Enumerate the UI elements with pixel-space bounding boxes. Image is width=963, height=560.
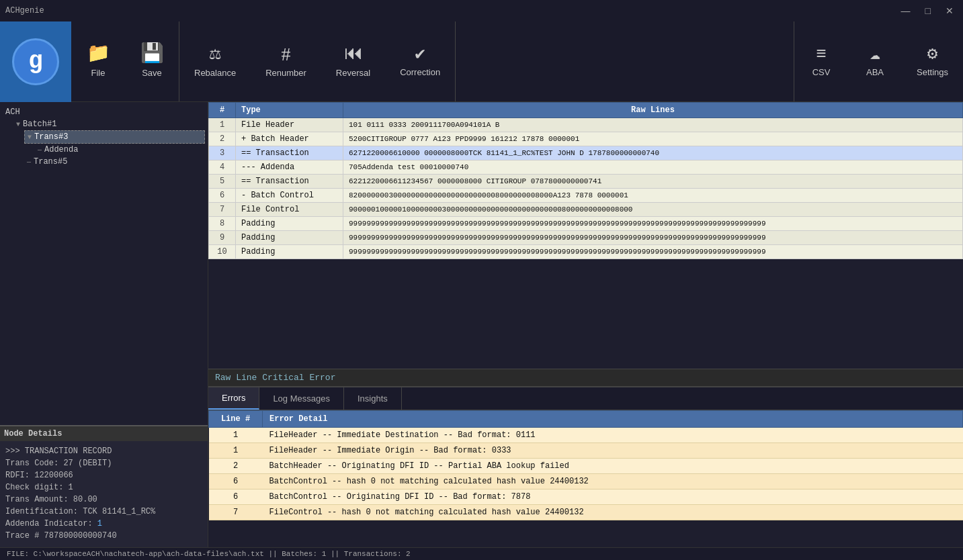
raw-table-row[interactable]: 6 - Batch Control 8200000003000000000000… — [209, 189, 963, 203]
error-detail: FileHeader -- Immediate Destination -- B… — [263, 428, 963, 443]
raw-table-row[interactable]: 7 File Control 9000001000001000000003000… — [209, 203, 963, 217]
tree-item-trans3[interactable]: ▼ Trans#3 — [24, 130, 205, 144]
aba-icon: ☁ — [870, 46, 880, 63]
right-panel: # Type Raw Lines 1 File Header 101 0111 … — [208, 102, 963, 547]
errors-table-row[interactable]: 7 FileControl -- hash 0 not matching cal… — [209, 505, 963, 520]
main-content: ACH ▼ Batch#1 ▼ Trans#3 — Addenda — Tran… — [0, 102, 963, 547]
node-detail-6: Addenda Indicator: 1 — [5, 518, 202, 530]
logo-area: g — [0, 21, 71, 102]
errors-table-row[interactable]: 2 BatchHeader -- Originating DFI ID -- P… — [209, 459, 963, 474]
rebalance-button[interactable]: ⚖ Rebalance — [179, 21, 251, 101]
raw-row-num: 4 — [209, 160, 236, 175]
raw-table-col-type: Type — [236, 103, 343, 118]
rebalance-label: Rebalance — [194, 68, 236, 78]
raw-table-row[interactable]: 1 File Header 101 0111 0333 2009111700A0… — [209, 118, 963, 132]
errors-table-body: 1 FileHeader -- Immediate Destination --… — [209, 428, 963, 520]
errors-col-line: Line # — [209, 411, 263, 428]
file-button[interactable]: 📁 File — [71, 21, 125, 101]
tree-item-addenda[interactable]: — Addenda — [35, 144, 205, 156]
tree-panel: ACH ▼ Batch#1 ▼ Trans#3 — Addenda — Tran… — [0, 102, 208, 425]
bottom-panel: Errors Log Messages Insights Line # Erro… — [208, 386, 963, 547]
error-line-num: 1 — [209, 443, 263, 459]
raw-row-type: File Header — [236, 118, 343, 132]
correction-button[interactable]: ✔ Correction — [385, 21, 455, 101]
raw-table-body: 1 File Header 101 0111 0333 2009111700A0… — [209, 118, 963, 259]
tree-root[interactable]: ACH — [3, 106, 205, 118]
maximize-button[interactable]: □ — [921, 4, 935, 17]
raw-row-type: Padding — [236, 217, 343, 231]
app-logo: g — [12, 38, 59, 85]
raw-table-row[interactable]: 2 + Batch Header 5200CITIGROUP 0777 A123… — [209, 132, 963, 146]
settings-button[interactable]: ⚙ Settings — [902, 21, 963, 101]
error-detail: BatchControl -- Originating DFI ID -- Ba… — [263, 489, 963, 505]
raw-table-row[interactable]: 4 --- Addenda 705Addenda test 0001000074… — [209, 160, 963, 175]
correction-label: Correction — [400, 67, 440, 77]
raw-row-type: == Transaction — [236, 175, 343, 189]
node-detail-2: RDFI: 12200066 — [5, 469, 202, 481]
aba-button[interactable]: ☁ ABA — [848, 21, 902, 101]
minimize-button[interactable]: — — [897, 4, 915, 17]
raw-table-row[interactable]: 10 Padding 99999999999999999999999999999… — [209, 245, 963, 259]
errors-table-container[interactable]: Line # Error Detail 1 FileHeader -- Imme… — [208, 410, 963, 547]
error-line-num: 6 — [209, 489, 263, 505]
tab-log-messages[interactable]: Log Messages — [259, 387, 344, 410]
raw-row-raw: 9999999999999999999999999999999999999999… — [343, 231, 963, 245]
raw-row-raw: 9999999999999999999999999999999999999999… — [343, 217, 963, 231]
expand-icon-trans3: ▼ — [28, 134, 32, 141]
save-icon: 💾 — [140, 45, 164, 64]
csv-button[interactable]: ≡ CSV — [794, 21, 848, 101]
error-detail: BatchHeader -- Originating DFI ID -- Par… — [263, 459, 963, 474]
raw-row-raw: 9999999999999999999999999999999999999999… — [343, 245, 963, 259]
titlebar-controls: — □ ✕ — [897, 4, 958, 17]
tree-item-trans5[interactable]: — Trans#5 — [24, 156, 205, 168]
raw-table-row[interactable]: 8 Padding 999999999999999999999999999999… — [209, 217, 963, 231]
raw-row-type: File Control — [236, 203, 343, 217]
raw-error-bar: Raw Line Critical Error — [208, 369, 963, 386]
errors-table-row[interactable]: 6 BatchControl -- hash 0 not matching ca… — [209, 474, 963, 489]
logo-letter: g — [28, 48, 43, 75]
node-detail-7: Trace # 787800000000740 — [5, 530, 202, 542]
raw-row-num: 8 — [209, 217, 236, 231]
settings-label: Settings — [917, 67, 948, 77]
expand-icon-addenda: — — [38, 146, 42, 154]
reversal-button[interactable]: ⏮ Reversal — [321, 21, 385, 101]
raw-row-raw: 5200CITIGROUP 0777 A123 PPD9999 161212 1… — [343, 132, 963, 146]
raw-row-type: + Batch Header — [236, 132, 343, 146]
raw-table-container[interactable]: # Type Raw Lines 1 File Header 101 0111 … — [208, 102, 963, 369]
expand-icon-trans5: — — [27, 158, 31, 166]
file-icon: 📁 — [87, 45, 110, 64]
tree-item-batch1[interactable]: ▼ Batch#1 — [13, 118, 205, 130]
tab-errors[interactable]: Errors — [208, 387, 259, 410]
tabs-bar: Errors Log Messages Insights — [208, 387, 963, 410]
app-name: ACHgenie — [5, 6, 44, 15]
raw-row-raw: 705Addenda test 00010000740 — [343, 160, 963, 175]
tree-batch1-label: Batch#1 — [23, 120, 56, 129]
toolbar-group-export: ≡ CSV ☁ ABA ⚙ Settings — [794, 21, 963, 101]
save-button[interactable]: 💾 Save — [125, 21, 179, 101]
close-button[interactable]: ✕ — [941, 4, 958, 17]
error-detail: FileControl -- hash 0 not matching calcu… — [263, 505, 963, 520]
settings-icon: ⚙ — [927, 46, 938, 63]
raw-row-type: --- Addenda — [236, 160, 343, 175]
toolbar: g 📁 File 💾 Save ⚖ Rebalance # Renumber — [0, 21, 963, 102]
tab-insights[interactable]: Insights — [344, 387, 402, 410]
raw-row-num: 5 — [209, 175, 236, 189]
node-detail-6-text: Addenda Indicator: — [5, 519, 97, 528]
errors-table-row[interactable]: 1 FileHeader -- Immediate Origin -- Bad … — [209, 443, 963, 459]
error-detail: FileHeader -- Immediate Origin -- Bad fo… — [263, 443, 963, 459]
csv-label: CSV — [812, 67, 831, 77]
errors-table-row[interactable]: 6 BatchControl -- Originating DFI ID -- … — [209, 489, 963, 505]
node-detail-5: Identification: TCK 81141_1_RC% — [5, 506, 202, 518]
raw-table-row[interactable]: 5 == Transaction 6221220006611234567 000… — [209, 175, 963, 189]
errors-table-row[interactable]: 1 FileHeader -- Immediate Destination --… — [209, 428, 963, 443]
raw-row-num: 1 — [209, 118, 236, 132]
error-detail: BatchControl -- hash 0 not matching calc… — [263, 474, 963, 489]
file-label: File — [91, 68, 106, 78]
aba-label: ABA — [866, 67, 884, 77]
raw-row-type: - Batch Control — [236, 189, 343, 203]
raw-table-row[interactable]: 3 == Transaction 6271220006610000 000000… — [209, 146, 963, 160]
raw-row-num: 6 — [209, 189, 236, 203]
raw-table-row[interactable]: 9 Padding 999999999999999999999999999999… — [209, 231, 963, 245]
renumber-label: Renumber — [265, 68, 306, 78]
renumber-button[interactable]: # Renumber — [251, 21, 321, 101]
